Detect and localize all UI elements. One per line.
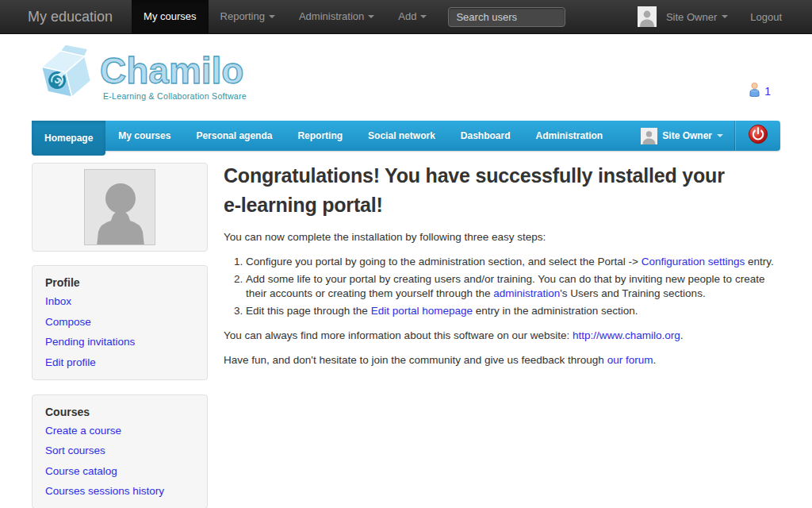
main-content: Congratulations! You have successfully i… bbox=[224, 161, 780, 378]
page: My education My courses Reporting Admini… bbox=[0, 0, 812, 508]
installation-steps: Configure you portal by going to the adm… bbox=[224, 255, 780, 319]
online-count: 1 bbox=[764, 85, 771, 98]
topnav-label: Add bbox=[398, 0, 416, 33]
logo-wordmark: Chamilo bbox=[100, 50, 243, 91]
online-users-indicator[interactable]: 1 bbox=[748, 82, 771, 100]
sidebar-link-inbox[interactable]: Inbox bbox=[45, 295, 194, 307]
chamilo-logo[interactable]: Chamilo E-Learning & Collaboration Softw… bbox=[36, 44, 249, 115]
tab-reporting[interactable]: Reporting bbox=[285, 121, 355, 151]
sidebar-link-sort-courses[interactable]: Sort courses bbox=[45, 444, 194, 456]
tab-homepage[interactable]: Homepage bbox=[32, 121, 105, 156]
profile-menu: Profile Inbox Compose Pending invitation… bbox=[32, 265, 208, 380]
step-edit-page: Edit this page through the Edit portal h… bbox=[246, 304, 780, 319]
topnav-item-my-courses[interactable]: My courses bbox=[132, 0, 208, 33]
courses-menu: Courses Create a course Sort courses Cou… bbox=[32, 394, 208, 508]
step-text: Configure you portal by going to the adm… bbox=[246, 256, 642, 267]
sidebar-link-edit-profile[interactable]: Edit profile bbox=[45, 356, 194, 368]
tab-dashboard[interactable]: Dashboard bbox=[448, 121, 523, 151]
tab-personal-agenda[interactable]: Personal agenda bbox=[183, 121, 285, 151]
forum-text-pre: Have fun, and don't hesitate to join the… bbox=[224, 354, 607, 366]
navbar-user-label: Site Owner bbox=[662, 130, 712, 141]
chevron-down-icon bbox=[420, 15, 427, 18]
profile-photo-box bbox=[32, 163, 208, 252]
main-navigation: Homepage My courses Personal agenda Repo… bbox=[32, 121, 780, 151]
online-user-icon bbox=[748, 82, 761, 100]
topnav-label: My courses bbox=[144, 0, 196, 33]
site-owner-menu[interactable]: Site Owner bbox=[666, 11, 739, 23]
chevron-down-icon bbox=[717, 134, 723, 137]
header-row: Chamilo E-Learning & Collaboration Softw… bbox=[0, 34, 812, 121]
website-text-pre: You can always find more information abo… bbox=[224, 329, 573, 341]
navbar-right: Site Owner bbox=[630, 121, 780, 151]
user-avatar-small bbox=[641, 128, 657, 144]
chevron-down-icon bbox=[722, 15, 728, 18]
navbar-user-menu[interactable]: Site Owner bbox=[630, 121, 734, 151]
page-title-line1: Congratulations! You have successfully i… bbox=[224, 161, 780, 190]
top-nav: My courses Reporting Administration Add bbox=[132, 0, 439, 33]
step-add-users: Add some life to your portal by creating… bbox=[246, 272, 780, 302]
courses-menu-title: Courses bbox=[45, 406, 194, 418]
edit-portal-homepage-link[interactable]: Edit portal homepage bbox=[371, 305, 473, 317]
topnav-item-reporting[interactable]: Reporting bbox=[209, 0, 287, 33]
topnav-label: Reporting bbox=[220, 0, 265, 33]
step-configure-portal: Configure you portal by going to the adm… bbox=[246, 255, 780, 270]
topnav-label: Administration bbox=[299, 0, 364, 33]
logout-power-button[interactable] bbox=[736, 121, 780, 151]
site-owner-label: Site Owner bbox=[666, 11, 717, 23]
chevron-down-icon bbox=[368, 15, 374, 18]
sidebar: Profile Inbox Compose Pending invitation… bbox=[32, 163, 208, 508]
our-forum-link[interactable]: our forum bbox=[607, 354, 653, 366]
logo-text: Chamilo E-Learning & Collaboration Softw… bbox=[98, 50, 249, 101]
forum-text: Have fun, and don't hesitate to join the… bbox=[224, 353, 780, 368]
administration-link[interactable]: administration bbox=[493, 287, 560, 299]
website-text: You can always find more information abo… bbox=[224, 329, 780, 344]
user-avatar[interactable] bbox=[638, 6, 657, 27]
power-icon bbox=[748, 124, 768, 148]
sidebar-link-create-a-course[interactable]: Create a course bbox=[45, 425, 194, 437]
profile-menu-title: Profile bbox=[45, 276, 194, 289]
website-text-post: . bbox=[680, 329, 684, 341]
search-users-input[interactable] bbox=[448, 7, 565, 27]
tab-my-courses[interactable]: My courses bbox=[105, 121, 183, 151]
chevron-down-icon bbox=[269, 15, 275, 18]
brand-my-education[interactable]: My education bbox=[0, 0, 132, 33]
configuration-settings-link[interactable]: Configuration settings bbox=[642, 256, 745, 267]
step-text: entry in the administration section. bbox=[473, 305, 638, 317]
chamilo-org-link[interactable]: http://www.chamilo.org bbox=[573, 329, 680, 341]
sidebar-link-course-catalog[interactable]: Course catalog bbox=[45, 465, 194, 477]
step-text: Edit this page through the bbox=[246, 305, 371, 317]
tab-administration[interactable]: Administration bbox=[523, 121, 616, 151]
topnav-item-add[interactable]: Add bbox=[386, 0, 439, 33]
sidebar-link-courses-sessions-history[interactable]: Courses sessions history bbox=[45, 485, 194, 497]
logo-tagline: E-Learning & Collaboration Software bbox=[103, 91, 249, 101]
page-title: Congratulations! You have successfully i… bbox=[224, 161, 780, 220]
page-title-line2: e-learning portal! bbox=[224, 190, 780, 220]
tab-social-network[interactable]: Social network bbox=[355, 121, 448, 151]
forum-text-post: . bbox=[653, 354, 656, 366]
topbar-right: Site Owner Logout bbox=[638, 0, 812, 33]
intro-text: You can now complete the installation by… bbox=[224, 230, 780, 245]
sidebar-link-pending-invitations[interactable]: Pending invitations bbox=[45, 336, 194, 348]
sidebar-link-compose[interactable]: Compose bbox=[45, 316, 194, 328]
profile-photo bbox=[84, 169, 155, 245]
top-admin-bar: My education My courses Reporting Admini… bbox=[0, 0, 812, 34]
step-text: entry. bbox=[745, 256, 774, 267]
chamilo-cube-icon bbox=[36, 44, 97, 115]
topnav-item-administration[interactable]: Administration bbox=[287, 0, 386, 33]
logout-link[interactable]: Logout bbox=[739, 11, 788, 23]
step-text: 's Users and Training sections. bbox=[560, 287, 705, 299]
